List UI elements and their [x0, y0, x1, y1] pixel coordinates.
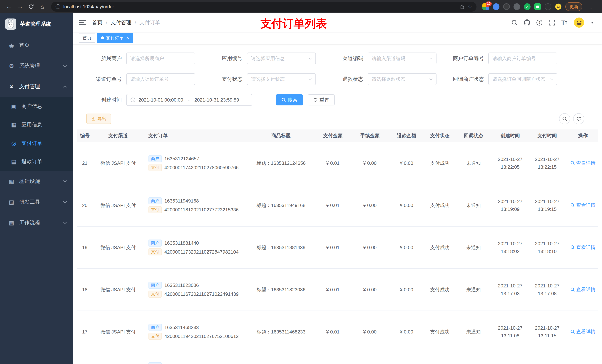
sidebar-item-infra[interactable]: ▧ 基础设施	[0, 171, 73, 192]
sidebar-item-refund-order[interactable]: ▤ 退款订单	[0, 152, 73, 171]
breadcrumb-home[interactable]: 首页	[92, 19, 103, 26]
view-detail-link[interactable]: 查看详情	[570, 160, 595, 166]
browser-menu-icon[interactable]: ⋮	[586, 3, 596, 10]
yuan-icon: ¥	[8, 83, 15, 90]
search-icon	[281, 98, 286, 102]
breadcrumb-separator: /	[106, 20, 107, 26]
cell-id: 21	[77, 142, 93, 184]
col-amount: 支付金额	[313, 129, 353, 142]
browser-home-icon[interactable]: ⌂	[37, 1, 47, 12]
search-icon[interactable]	[511, 20, 517, 26]
merchant-filter-input[interactable]	[127, 53, 195, 64]
channel-order-no: 4200001174202110278060590766	[164, 165, 239, 171]
notify-status-select[interactable]	[489, 74, 557, 85]
cell-fee: ¥ 0.00	[353, 184, 387, 226]
cell-notify	[453, 353, 494, 364]
cell-order: 商户1635311468233 支付4200001194202110276752…	[143, 311, 249, 353]
app-filter-select[interactable]	[247, 53, 315, 64]
filter-refund-status: 退款状态	[329, 73, 437, 85]
search-button[interactable]: 搜索	[276, 94, 303, 105]
cell-fee: ¥ 0.00	[353, 269, 387, 311]
filter-merchant: 所属商户	[88, 52, 195, 64]
cell-id	[77, 353, 93, 364]
channel-order-no-input[interactable]	[127, 74, 195, 85]
merchant-order-no-input[interactable]	[489, 53, 557, 64]
close-icon[interactable]	[126, 35, 129, 41]
extension-grid-icon[interactable]: 10	[483, 3, 489, 10]
sidebar-item-pay[interactable]: ¥ 支付管理	[0, 76, 73, 97]
col-pay-time: 支付时间	[527, 129, 568, 142]
share-icon[interactable]	[460, 4, 465, 9]
extension-pin-icon[interactable]	[545, 3, 551, 10]
extensions-area: 10 更新 ⋮	[480, 2, 598, 11]
table-row: 19 微信 JSAPI 支付 商户1635311881440 支付4200001…	[77, 226, 598, 269]
cell-pay-time	[527, 353, 568, 364]
channel-order-no: 4200001167202110271022491439	[164, 291, 239, 297]
refund-status-select[interactable]	[368, 74, 436, 85]
search-icon	[570, 245, 575, 250]
tab-home[interactable]: 首页	[79, 33, 95, 43]
view-detail-link[interactable]: 查看详情	[570, 286, 595, 293]
reset-button[interactable]: 重置	[308, 94, 335, 105]
url-bar[interactable]: ⓘ localhost:1024/pay/order ☆	[51, 2, 476, 12]
user-menu-caret-icon[interactable]	[591, 22, 594, 23]
extension-chat-icon[interactable]	[534, 3, 541, 10]
fullscreen-icon[interactable]	[549, 20, 555, 26]
tab-pay-order[interactable]: 支付订单	[97, 33, 133, 43]
card-icon: ▣	[10, 103, 17, 110]
merchant-tag: 商户	[149, 362, 162, 364]
cell-notify: 未通知	[453, 184, 494, 226]
document-icon: ▤	[10, 158, 17, 165]
cell-status: 支付成功	[426, 311, 453, 353]
sidebar-item-pay-order[interactable]: ◎ 支付订单	[0, 134, 73, 152]
channel-code-filter-select[interactable]	[368, 53, 436, 64]
browser-update-button[interactable]: 更新	[565, 2, 582, 11]
help-icon[interactable]	[537, 20, 542, 26]
screen: ← → ⌂ ⓘ localhost:1024/pay/order ☆ 10	[0, 0, 602, 364]
sidebar-item-app-info[interactable]: ▦ 应用信息	[0, 115, 73, 134]
export-button[interactable]: 导出	[86, 114, 111, 124]
browser-profile-avatar[interactable]	[555, 3, 562, 10]
sidebar-toggle-icon[interactable]	[79, 19, 86, 27]
extension-check-icon[interactable]	[524, 3, 531, 10]
breadcrumb-section[interactable]: 支付管理	[111, 19, 131, 26]
breadcrumb-separator: /	[135, 20, 136, 26]
refresh-button[interactable]	[573, 113, 584, 124]
merchant-order-no: 1635312124657	[164, 156, 199, 162]
url-text: localhost:1024/pay/order	[63, 4, 114, 10]
merchant-tag: 商户	[149, 282, 162, 289]
merchant-order-no: 1635311468233	[164, 325, 199, 330]
cell-pay-time: 2021-10-2713:18:10	[527, 226, 568, 269]
sidebar-item-dev-tools[interactable]: ▨ 研发工具	[0, 192, 73, 212]
github-icon[interactable]	[524, 20, 530, 26]
view-detail-link[interactable]: 查看详情	[570, 329, 595, 335]
site-info-icon[interactable]: ⓘ	[55, 3, 60, 10]
pay-status-select[interactable]	[247, 74, 315, 85]
toolbox-icon: ▨	[8, 199, 15, 205]
cell-fee	[353, 353, 387, 364]
user-avatar[interactable]	[573, 17, 585, 28]
browser-forward-icon[interactable]: →	[15, 1, 25, 12]
bookmark-star-icon[interactable]: ☆	[468, 4, 472, 10]
app-logo-row[interactable]: 芋道管理系统	[0, 13, 73, 35]
sidebar-item-workflow[interactable]: ▩ 工作流程	[0, 212, 73, 233]
table-row: 18 微信 JSAPI 支付 商户1635311823086 支付4200001…	[77, 269, 598, 311]
view-detail-link[interactable]: 查看详情	[570, 244, 595, 251]
browser-back-icon[interactable]: ←	[4, 1, 14, 12]
sidebar-item-merchant-info[interactable]: ▣ 商户信息	[0, 97, 73, 115]
pay-tag: 支付	[149, 164, 162, 171]
browser-reload-icon[interactable]	[26, 1, 36, 12]
toggle-search-button[interactable]	[559, 113, 570, 124]
extension-dark-icon[interactable]	[503, 3, 510, 10]
table-header-row: 编号 支付渠道 支付订单 商品标题 支付金额 手续金额 退款金额 支付状态 回调…	[77, 129, 598, 142]
font-size-icon[interactable]: TT	[561, 20, 567, 26]
sidebar-item-system[interactable]: ⚙ 系统管理	[0, 55, 73, 76]
cell-title: 标题：1635311468233	[249, 311, 313, 353]
view-detail-link[interactable]: 查看详情	[570, 202, 595, 208]
extension-blue-icon[interactable]	[493, 3, 499, 10]
sidebar-item-home[interactable]: ◉ 首页	[0, 35, 73, 55]
extension-gray-icon[interactable]	[514, 3, 520, 10]
date-range-input[interactable]: 2021-10-01 00:00:00 - 2021-10-31 23:59:5…	[126, 94, 252, 106]
cell-refund: ¥ 0.00	[387, 142, 426, 184]
filter-label: 回调商户状态	[450, 76, 488, 83]
